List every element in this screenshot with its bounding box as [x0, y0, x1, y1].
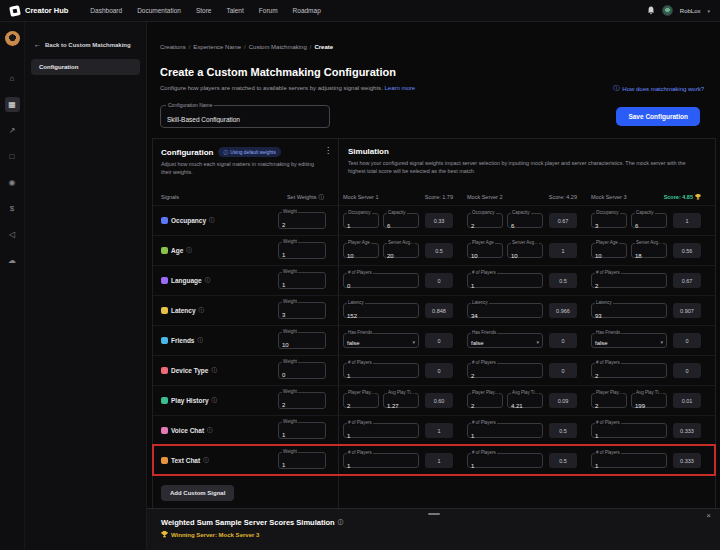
player-age-input[interactable] — [592, 248, 626, 261]
brand[interactable]: Creator Hub — [10, 6, 68, 16]
of-players-input[interactable] — [344, 428, 418, 441]
latency-input[interactable] — [592, 308, 666, 321]
server-cells: Latency0.848Latency0.966Latency0.907 — [333, 303, 715, 318]
of-players-input[interactable] — [592, 458, 666, 471]
user-avatar[interactable] — [662, 5, 673, 16]
of-players-input[interactable] — [468, 458, 542, 471]
breadcrumb-item-custom-matchmaking[interactable]: Custom Matchmaking — [249, 44, 307, 50]
experience-thumbnail[interactable] — [5, 31, 20, 46]
of-players-input[interactable] — [468, 428, 542, 441]
player-play-input[interactable] — [468, 398, 502, 411]
nav-talent[interactable]: Talent — [226, 7, 243, 14]
creations-icon[interactable]: ▦ — [5, 97, 20, 112]
signal-score-value: 0.33 — [425, 213, 453, 228]
has-friends-select[interactable]: false — [344, 336, 360, 346]
user-name[interactable]: RobLox — [680, 8, 701, 14]
of-players-input[interactable] — [344, 278, 418, 291]
occupancy-input[interactable] — [468, 218, 502, 231]
learn-more-link[interactable]: Learn more — [384, 85, 415, 91]
input-fields: Player Play...Avg Play Ti... — [343, 393, 419, 408]
breadcrumb-item-creations[interactable]: Creations — [160, 44, 186, 50]
player-age-input[interactable] — [468, 248, 502, 261]
nav-documentation[interactable]: Documentation — [137, 7, 181, 14]
weight-input-play-history[interactable] — [279, 396, 325, 411]
field-label: Has Friends — [595, 330, 621, 335]
mock-server-2-cell: # of Players0 — [467, 363, 587, 378]
panels-container: Configuration ⓘ Using default weights Ad… — [152, 138, 716, 509]
signal-row-text-chat: Text ChatⓘWeight# of Players1# of Player… — [153, 445, 715, 475]
capacity-input[interactable] — [508, 218, 542, 231]
avg-play-ti-input[interactable] — [508, 398, 542, 411]
of-players-input[interactable] — [468, 368, 542, 381]
breadcrumb-item-create[interactable]: Create — [314, 44, 333, 50]
weight-input-voice-chat[interactable] — [279, 426, 325, 441]
weight-cell: Weight — [278, 392, 333, 409]
server-avg-input[interactable] — [632, 248, 666, 261]
nav-store[interactable]: Store — [196, 7, 212, 14]
nav-forum[interactable]: Forum — [259, 7, 278, 14]
avg-play-ti-input[interactable] — [384, 398, 418, 411]
signal-score-value: 0.56 — [673, 243, 701, 258]
save-configuration-button[interactable]: Save Configuration — [616, 107, 700, 126]
breadcrumb-item-experience-name[interactable]: Experience Name — [193, 44, 241, 50]
of-players-input[interactable] — [468, 278, 542, 291]
nav-roadmap[interactable]: Roadmap — [293, 7, 321, 14]
page-subtitle: Configure how players are matched to ava… — [160, 85, 415, 91]
weight-input-occupancy[interactable] — [279, 216, 325, 231]
has-friends-select[interactable]: false — [592, 336, 608, 346]
of-players-input[interactable] — [344, 368, 418, 381]
close-icon[interactable]: × — [706, 511, 711, 520]
home-icon[interactable]: ⌂ — [5, 71, 20, 86]
signal-cell: Voice Chatⓘ — [153, 427, 278, 434]
field-label: # of Players — [347, 420, 373, 425]
configuration-name-input[interactable] — [161, 106, 329, 127]
of-players-input[interactable] — [592, 368, 666, 381]
mock-server-1-cell: OccupancyCapacity0.33 — [343, 213, 463, 228]
finance-icon[interactable]: $ — [5, 201, 20, 216]
server-cells: Player Play...Avg Play Ti...0.60Player P… — [333, 393, 715, 408]
weight-field: Weight — [278, 302, 326, 319]
notifications-bell-icon[interactable] — [647, 6, 655, 15]
weight-input-device-type[interactable] — [279, 366, 325, 381]
info-icon: ⓘ — [319, 194, 325, 201]
collapse-handle[interactable] — [428, 513, 440, 515]
signal-name: Friends — [171, 337, 194, 344]
chevron-down-icon[interactable]: ▾ — [707, 8, 710, 14]
analytics-icon[interactable]: ↗ — [5, 123, 20, 138]
audio-icon[interactable]: ◁ — [5, 227, 20, 242]
occupancy-input[interactable] — [344, 218, 378, 231]
weight-input-friends[interactable] — [279, 336, 325, 351]
sidebar-item-configuration[interactable]: Configuration — [31, 59, 140, 75]
of-players-input[interactable] — [592, 278, 666, 291]
capacity-input[interactable] — [632, 218, 666, 231]
player-play-input[interactable] — [344, 398, 378, 411]
latency-input[interactable] — [344, 308, 418, 321]
player-age-input[interactable] — [344, 248, 378, 261]
back-to-custom-matchmaking-link[interactable]: ← Back to Custom Matchmaking — [25, 41, 146, 48]
weight-input-text-chat[interactable] — [279, 456, 325, 471]
weight-input-language[interactable] — [279, 276, 325, 291]
latency-input[interactable] — [468, 308, 542, 321]
weight-input-age[interactable] — [279, 246, 325, 261]
capacity-input[interactable] — [384, 218, 418, 231]
field-label: Has Friends — [347, 330, 373, 335]
add-custom-signal-button[interactable]: Add Custom Signal — [161, 485, 234, 501]
avg-play-ti-input[interactable] — [632, 398, 666, 411]
nav-dashboard[interactable]: Dashboard — [90, 7, 122, 14]
store-icon[interactable]: □ — [5, 149, 20, 164]
occupancy-input[interactable] — [592, 218, 626, 231]
kebab-menu-icon[interactable]: ⋮ — [324, 147, 332, 155]
player-play-input[interactable] — [592, 398, 626, 411]
cloud-icon[interactable]: ☁ — [5, 253, 20, 268]
configuration-title: Configuration — [161, 148, 213, 157]
mock-server-2-cell: # of Players0.5 — [467, 423, 587, 438]
matchmaking-help-link[interactable]: ⓘ How does matchmaking work? — [613, 84, 704, 93]
collaborators-icon[interactable]: ◉ — [5, 175, 20, 190]
weight-input-latency[interactable] — [279, 306, 325, 321]
server-avg-input[interactable] — [508, 248, 542, 261]
of-players-input[interactable] — [344, 458, 418, 471]
has-friends-select[interactable]: false — [468, 336, 484, 346]
capacity-field: Capacity — [631, 213, 667, 228]
server-avg-input[interactable] — [384, 248, 418, 261]
of-players-input[interactable] — [592, 428, 666, 441]
